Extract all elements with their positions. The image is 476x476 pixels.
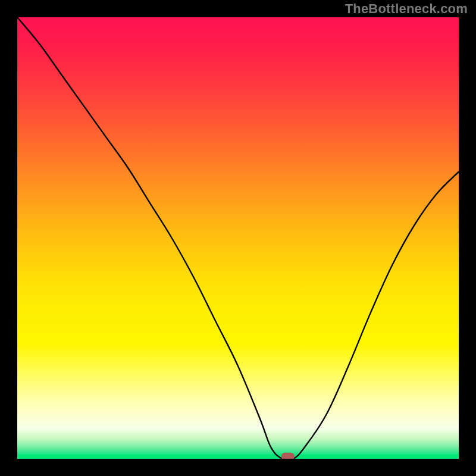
bottleneck-chart	[17, 17, 459, 459]
watermark-text: TheBottleneck.com	[345, 1, 468, 17]
optimal-point-marker	[281, 453, 295, 459]
gradient-background	[17, 17, 459, 459]
green-baseline-strip	[17, 455, 459, 459]
chart-frame: TheBottleneck.com	[0, 0, 476, 476]
plot-area	[17, 17, 459, 459]
